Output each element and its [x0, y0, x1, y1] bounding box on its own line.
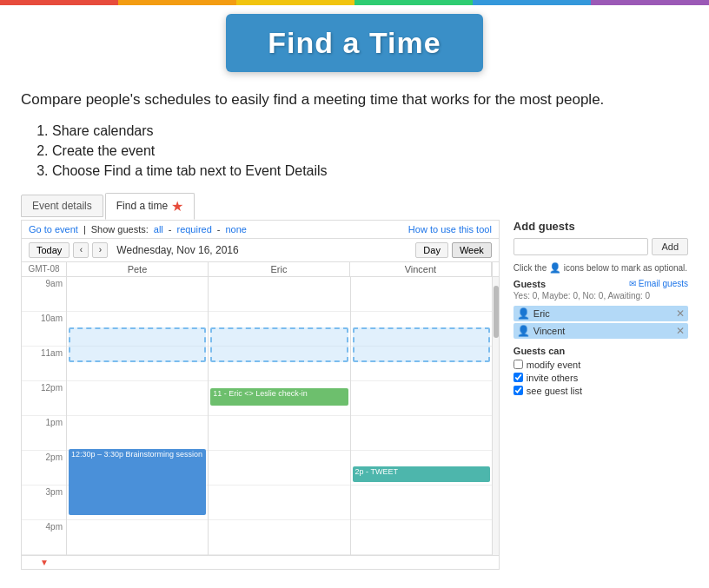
- next-arrow[interactable]: ›: [92, 242, 108, 258]
- tabs-bar: Event details Find a time ★: [21, 193, 688, 220]
- step-1: Share calendars: [52, 123, 688, 139]
- steps-list: Share calendars Create the event Choose …: [21, 123, 688, 179]
- rsvp-count: Yes: 0, Maybe: 0, No: 0, Awaiting: 0: [514, 291, 688, 301]
- guest-vincent: 👤 Vincent ✕: [514, 323, 688, 339]
- invite-others-checkbox[interactable]: [514, 373, 523, 382]
- right-panel: Add guests Add Click the 👤 icons below t…: [514, 220, 688, 399]
- guest-person-icon-vincent: 👤: [517, 325, 530, 337]
- cal-col-headers: GMT-08 Pete Eric Vincent: [22, 262, 499, 277]
- guest-name-eric: Eric: [533, 308, 676, 319]
- eric-column: 11 - Eric <> Leslie check-in: [209, 277, 350, 555]
- add-guest-button[interactable]: Add: [652, 238, 688, 255]
- cal-grid: 9am 10am 11am 12pm 1pm 2pm 3pm 4pm: [22, 277, 492, 555]
- eric-checkin-event[interactable]: 11 - Eric <> Leslie check-in: [210, 388, 348, 406]
- modify-event-row: modify event: [514, 360, 688, 370]
- proposed-time-eric: [210, 327, 348, 362]
- guest-remove-eric[interactable]: ✕: [676, 307, 685, 320]
- guest-input[interactable]: [514, 238, 649, 255]
- modify-event-checkbox[interactable]: [514, 360, 523, 369]
- rainbow-bar: [0, 0, 709, 5]
- guest-eric: 👤 Eric ✕: [514, 306, 688, 321]
- invite-others-row: invite others: [514, 373, 688, 383]
- scrollbar-spacer: [492, 262, 499, 276]
- date-label: Wednesday, Nov 16, 2016: [116, 244, 238, 256]
- today-button[interactable]: Today: [29, 242, 70, 258]
- tweet-event[interactable]: 2p - TWEET: [353, 466, 490, 482]
- col-eric: Eric: [209, 262, 350, 276]
- col-pete: Pete: [67, 262, 209, 276]
- brainstorming-event[interactable]: 12:30p – 3:30p Brainstorming session: [69, 449, 206, 515]
- timezone-header: GMT-08: [22, 262, 67, 276]
- person-icon: 👤: [549, 262, 561, 273]
- proposed-time-vincent: [353, 327, 490, 362]
- cal-arrow-row: ▼: [22, 555, 499, 569]
- guests-label: Guests: [514, 279, 546, 289]
- day-view-button[interactable]: Day: [415, 242, 448, 258]
- week-view-button[interactable]: Week: [452, 242, 492, 258]
- guests-header: Guests ✉ Email guests: [514, 279, 688, 289]
- guest-name-vincent: Vincent: [533, 326, 676, 336]
- vincent-column: 2p - TWEET: [351, 277, 492, 555]
- time-column: 9am 10am 11am 12pm 1pm 2pm 3pm 4pm: [22, 277, 67, 555]
- show-all-link[interactable]: all: [154, 224, 163, 235]
- pete-column: 12:30p – 3:30p Brainstorming session: [67, 277, 209, 555]
- calendar-widget: Go to event | Show guests: all - require…: [21, 220, 500, 570]
- guest-person-icon-eric: 👤: [517, 307, 530, 320]
- calendar-scrollbar[interactable]: [492, 277, 499, 555]
- cal-grid-container: 9am 10am 11am 12pm 1pm 2pm 3pm 4pm: [22, 277, 499, 555]
- prev-arrow[interactable]: ‹: [73, 242, 89, 258]
- see-guest-list-row: see guest list: [514, 386, 688, 396]
- step-3: Choose Find a time tab next to Event Det…: [52, 163, 688, 179]
- col-vincent: Vincent: [350, 262, 492, 276]
- email-guests-link[interactable]: ✉ Email guests: [629, 279, 688, 288]
- title-box: Find a Time: [226, 14, 482, 72]
- cal-topbar: Go to event | Show guests: all - require…: [22, 221, 499, 239]
- page-title: Find a Time: [268, 26, 441, 59]
- step-2: Create the event: [52, 143, 688, 159]
- see-guest-list-checkbox[interactable]: [514, 386, 523, 395]
- intro-text: Compare people's schedules to easily fin…: [21, 89, 681, 111]
- star-icon: ★: [171, 198, 183, 215]
- add-guest-row: Add: [514, 238, 688, 255]
- show-none-link[interactable]: none: [226, 224, 247, 235]
- guest-remove-vincent[interactable]: ✕: [676, 325, 685, 337]
- guests-can-label: Guests can: [514, 346, 688, 356]
- go-to-event-link[interactable]: Go to event: [29, 224, 78, 235]
- scrollbar-thumb: [494, 286, 499, 338]
- tab-find-a-time[interactable]: Find a time ★: [105, 193, 195, 220]
- how-to-use-link[interactable]: How to use this tool: [408, 224, 492, 235]
- main-content: Compare people's schedules to easily fin…: [0, 79, 709, 570]
- tab-event-details[interactable]: Event details: [21, 195, 103, 217]
- header-banner: Find a Time: [0, 5, 709, 79]
- cal-nav: Today ‹ › Wednesday, Nov 16, 2016 Day We…: [22, 239, 499, 262]
- show-required-link[interactable]: required: [176, 224, 211, 235]
- click-icons-text: Click the 👤 icons below to mark as optio…: [514, 262, 688, 274]
- main-layout: Go to event | Show guests: all - require…: [21, 220, 688, 570]
- proposed-time-pete: [69, 327, 206, 362]
- add-guests-title: Add guests: [514, 220, 688, 233]
- down-arrow-icon: ▼: [40, 558, 49, 567]
